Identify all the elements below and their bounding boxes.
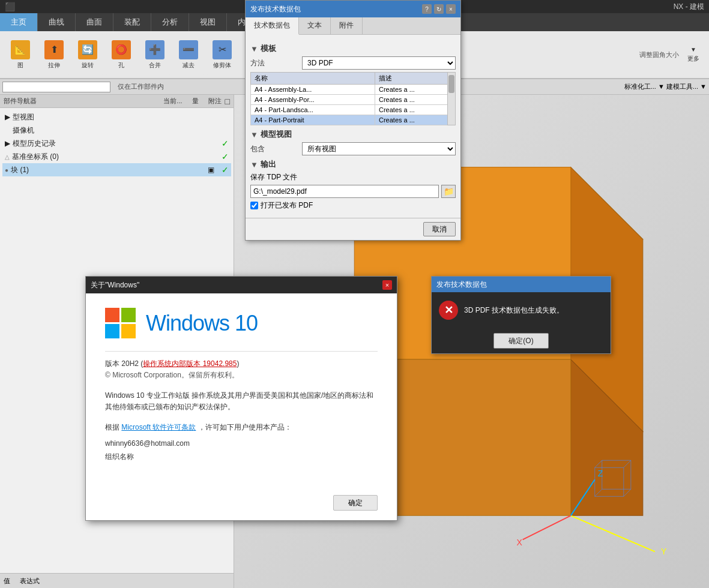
ribbon-btn-revolve[interactable]: 🔄 旋转: [72, 34, 103, 75]
ribbon-btn-unite[interactable]: ➕ 合并: [139, 34, 170, 75]
ribbon-btn-subtract[interactable]: ➖ 减去: [173, 34, 204, 75]
tab-surface[interactable]: 曲面: [76, 13, 113, 31]
error-dialog-title: 发布技术数据包: [436, 280, 487, 290]
ribbon-btn-trim[interactable]: ✂ 修剪体: [207, 34, 238, 75]
file-browse-btn[interactable]: 📁: [441, 185, 456, 198]
svg-text:Z: Z: [598, 469, 603, 478]
revolve-icon: 🔄: [78, 40, 97, 59]
svg-rect-18: [105, 308, 119, 322]
user-email: whinny6636@hotmail.com: [105, 437, 378, 451]
navigator-expand-btn[interactable]: □: [225, 97, 230, 106]
svg-text:Y: Y: [661, 547, 667, 556]
item-label: 模型历史记录: [13, 139, 56, 149]
tree-item-camera[interactable]: ▶ 摄像机: [2, 124, 231, 137]
svg-rect-20: [105, 324, 119, 338]
svg-rect-21: [121, 324, 136, 338]
about-version: 版本 20H2 (操作系统内部版本 19042.985): [105, 359, 378, 369]
publish-dialog-tabs: 技术数据包 文本 附件: [246, 17, 460, 35]
search-input[interactable]: [2, 82, 110, 92]
expand-icon: ▶: [5, 126, 10, 134]
table-row[interactable]: A4 - Part-Landsca... Creates a ...: [251, 105, 456, 115]
item-label: 型视图: [13, 112, 34, 122]
value-tab[interactable]: 值: [4, 577, 10, 586]
nav-title: 部件导航器: [4, 97, 37, 106]
model-view-section-header: ▼ 模型视图: [250, 129, 456, 140]
table-row[interactable]: A4 - Assembly-La... Creates a ...: [251, 85, 456, 95]
tree-item-datum[interactable]: △ 基准坐标系 (0) ✓: [2, 150, 231, 163]
row-name: A4 - Assembly-La...: [251, 85, 375, 95]
template-table-container: 名称 描述 A4 - Assembly-La... Creates a ... …: [250, 72, 456, 125]
error-icon: ✕: [439, 301, 458, 320]
about-title: 关于"Windows": [91, 280, 139, 290]
tree-item-history[interactable]: ▶ 模型历史记录 ✓: [2, 137, 231, 150]
error-footer: 确定(O): [432, 328, 611, 353]
ribbon-btn-more[interactable]: ▼ 更多: [683, 34, 704, 75]
error-ok-btn[interactable]: 确定(O): [493, 333, 548, 349]
row-desc: Creates a ...: [375, 105, 456, 115]
hole-icon: ⭕: [112, 40, 131, 59]
tree-item-model-view[interactable]: ▶ 型视图: [2, 110, 231, 124]
about-titlebar: 关于"Windows" ×: [86, 277, 397, 293]
about-close-btn[interactable]: ×: [382, 280, 392, 290]
about-license: 根据 Microsoft 软件许可条款 ，许可如下用户使用本产品：: [105, 422, 378, 433]
license-link[interactable]: Microsoft 软件许可条款: [121, 423, 196, 431]
model-view-label: 模型视图: [261, 129, 292, 140]
adjust-fillet-label: 调整圆角大小: [639, 50, 679, 59]
row-name: A4 - Part-Portrait: [251, 115, 375, 125]
ribbon-btn-hole[interactable]: ⭕ 孔: [106, 34, 137, 75]
app-title: NX - 建模: [674, 2, 704, 12]
error-message: 3D PDF 技术数据包生成失败。: [464, 305, 564, 316]
help-btn[interactable]: ?: [422, 4, 432, 14]
tab-home[interactable]: 主页: [0, 13, 38, 31]
tab-view[interactable]: 视图: [189, 13, 227, 31]
license-suffix: ，许可如下用户使用本产品：: [198, 423, 292, 431]
tab-tech-data[interactable]: 技术数据包: [246, 17, 299, 35]
license-prefix: 根据: [105, 423, 119, 431]
item-label: 块 (1): [11, 165, 29, 175]
about-dialog: 关于"Windows" × Windows 10 版本 20H2 (操作系统内部…: [85, 276, 397, 521]
svg-line-10: [523, 515, 571, 539]
include-row: 包含 所有视图: [250, 142, 456, 155]
table-scrollbar[interactable]: [447, 72, 456, 125]
about-body: Windows 10 版本 20H2 (操作系统内部版本 19042.985) …: [86, 293, 397, 490]
tab-curve[interactable]: 曲线: [38, 13, 76, 31]
refresh-btn[interactable]: ↻: [434, 4, 444, 14]
save-tdp-label: 保存 TDP 文件: [250, 172, 456, 182]
cancel-btn[interactable]: 取消: [423, 222, 456, 236]
include-select[interactable]: 所有视图: [302, 142, 456, 155]
block-symbol: ▣: [208, 166, 214, 174]
trim-icon: ✂: [213, 40, 232, 59]
method-select[interactable]: 3D PDF: [302, 56, 456, 70]
about-copyright: © Microsoft Corporation。保留所有权利。: [105, 370, 378, 380]
tab-analysis[interactable]: 分析: [151, 13, 189, 31]
template-arrow: ▼: [250, 44, 258, 53]
ribbon-btn-extrude[interactable]: ⬆ 拉伸: [38, 34, 70, 75]
svg-line-6: [571, 515, 655, 551]
tab-assembly[interactable]: 装配: [113, 13, 151, 31]
publish-dialog-footer: 取消: [246, 218, 460, 240]
row-name: A4 - Assembly-Por...: [251, 95, 375, 105]
scrollbar-thumb: [448, 75, 454, 93]
error-dialog-titlebar: 发布技术数据包: [432, 277, 611, 292]
filter-label: 仅在工作部件内: [118, 82, 164, 91]
row-desc: Creates a ...: [375, 95, 456, 105]
open-publish-checkbox[interactable]: [250, 202, 258, 209]
table-row-selected[interactable]: A4 - Part-Portrait Creates a ...: [251, 115, 456, 125]
ribbon-btn-sketch[interactable]: 📐 图: [5, 34, 36, 75]
close-dialog-btn[interactable]: ×: [446, 4, 456, 14]
win10-text: Windows 10: [146, 311, 258, 336]
include-label: 包含: [250, 144, 298, 154]
template-label: 模板: [261, 43, 276, 54]
file-path-row: 📁: [250, 185, 456, 198]
model-view-arrow: ▼: [250, 130, 258, 139]
table-row[interactable]: A4 - Assembly-Por... Creates a ...: [251, 95, 456, 105]
about-ok-btn[interactable]: 确定: [333, 495, 378, 511]
tab-text[interactable]: 文本: [299, 17, 331, 34]
file-path-input[interactable]: [250, 185, 439, 198]
bottom-panel: 值 表达式: [0, 574, 234, 588]
tab-attachment[interactable]: 附件: [331, 17, 363, 34]
col-current: 当前...: [163, 97, 182, 106]
item-label: 摄像机: [13, 125, 34, 136]
expression-tab[interactable]: 表达式: [20, 577, 40, 586]
tree-item-block[interactable]: ● 块 (1) ▣ ✓: [2, 163, 231, 176]
